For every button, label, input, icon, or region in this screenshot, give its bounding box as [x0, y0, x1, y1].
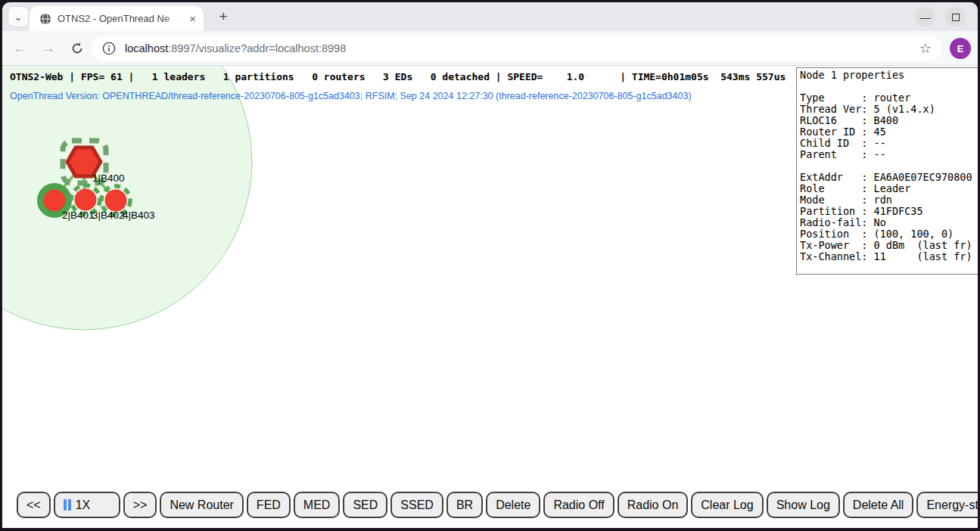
- browser-toolbar: ← → localhost:8997/visualize?addr=localh…: [2, 31, 978, 66]
- site-info-icon[interactable]: [102, 42, 116, 55]
- avatar-letter: E: [957, 43, 964, 54]
- energy-stats-button[interactable]: Energy-stats ↗: [916, 492, 978, 518]
- node-2-label: 2|B401: [62, 210, 95, 221]
- br-button[interactable]: BR: [446, 492, 483, 518]
- clear-log-button[interactable]: Clear Log: [691, 492, 763, 518]
- pause-speed-button[interactable]: 1X: [54, 492, 120, 518]
- new-router-button[interactable]: New Router: [160, 492, 243, 518]
- url-host: localhost: [125, 42, 168, 54]
- fed-button[interactable]: FED: [247, 492, 291, 518]
- url-path: :8997/visualize?addr=localhost:8998: [168, 42, 346, 54]
- sed-button[interactable]: SED: [343, 492, 387, 518]
- maximize-icon: [952, 14, 960, 21]
- tab-close-icon[interactable]: ×: [189, 13, 196, 24]
- globe-favicon-icon: [39, 13, 51, 25]
- url-bar[interactable]: localhost:8997/visualize?addr=localhost:…: [92, 36, 942, 61]
- radio-off-button[interactable]: Radio Off: [543, 492, 614, 518]
- action-bar: << 1X >> New Router FED MED SED SSED BR …: [17, 492, 978, 518]
- node-properties-body: Type : router Thread Ver: 5 (v1.4.x) RLO…: [800, 81, 978, 262]
- forward-button[interactable]: →: [37, 31, 60, 66]
- node-properties-panel: Node 1 properties Type : router Thread V…: [796, 67, 978, 275]
- reload-button[interactable]: [66, 31, 89, 66]
- simulation-status-line: OTNS2-Web | FPS= 61 | 1 leaders 1 partit…: [10, 71, 786, 82]
- speed-up-button[interactable]: >>: [123, 492, 157, 518]
- tab-title: OTNS2 - OpenThread Ne: [58, 13, 186, 24]
- show-log-button[interactable]: Show Log: [767, 492, 840, 518]
- browser-tab[interactable]: OTNS2 - OpenThread Ne ×: [30, 6, 204, 31]
- forward-arrow-icon: →: [42, 40, 56, 57]
- radio-on-button[interactable]: Radio On: [618, 492, 689, 518]
- window-maximize-button[interactable]: [945, 7, 966, 27]
- bookmark-star-icon[interactable]: ☆: [919, 40, 932, 57]
- node-3-label: 3|B402: [92, 210, 125, 221]
- window-minimize-button[interactable]: —: [915, 7, 935, 27]
- node-3-body: [75, 189, 97, 211]
- window-frame: ⌄ OTNS2 - OpenThread Ne × + —: [0, 0, 980, 531]
- minimize-icon: —: [920, 11, 931, 23]
- profile-avatar[interactable]: E: [950, 38, 971, 59]
- delete-button[interactable]: Delete: [486, 492, 540, 518]
- med-button[interactable]: MED: [294, 492, 341, 518]
- browser-window: ⌄ OTNS2 - OpenThread Ne × + —: [2, 2, 978, 528]
- reload-icon: [70, 42, 84, 55]
- node-1-label: 1|B400: [92, 172, 125, 184]
- pause-icon: [64, 499, 71, 511]
- node-4-label: 4|B403: [123, 210, 155, 221]
- new-tab-button[interactable]: +: [214, 8, 232, 26]
- speed-down-button[interactable]: <<: [17, 492, 51, 518]
- tab-search-button[interactable]: ⌄: [8, 7, 28, 26]
- otns-visualizer-page: 1|B400 2|B401 3|B402 4|B403 OTNS2-Web | …: [2, 66, 978, 528]
- delete-all-button[interactable]: Delete All: [843, 492, 914, 518]
- node-2-body: [44, 190, 66, 212]
- back-arrow-icon: ←: [13, 40, 27, 57]
- openthread-version-line: OpenThread Version: OPENTHREAD/thread-re…: [10, 91, 692, 101]
- url-text[interactable]: localhost:8997/visualize?addr=localhost:…: [125, 42, 913, 54]
- speed-value: 1X: [76, 498, 91, 512]
- tab-strip: ⌄ OTNS2 - OpenThread Ne × + —: [2, 2, 978, 31]
- plus-icon: +: [219, 8, 227, 25]
- node-properties-title: Node 1 properties: [800, 70, 978, 81]
- back-button[interactable]: ←: [8, 31, 31, 66]
- ssed-button[interactable]: SSED: [390, 492, 443, 518]
- node-4-body: [105, 190, 127, 212]
- chevron-down-icon: ⌄: [14, 11, 23, 23]
